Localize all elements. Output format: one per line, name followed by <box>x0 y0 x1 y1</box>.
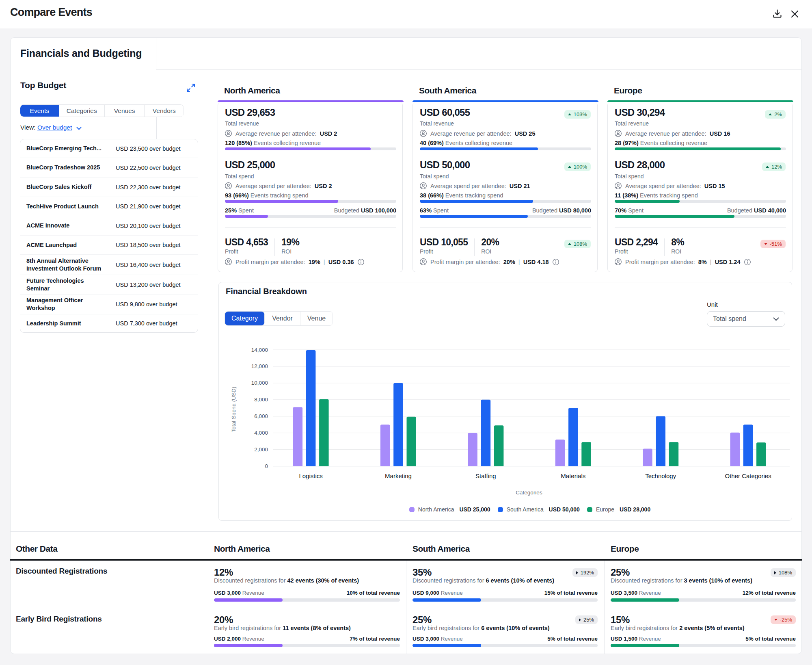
svg-text:Staffing: Staffing <box>475 472 496 479</box>
svg-text:0: 0 <box>265 463 268 469</box>
svg-text:Marketing: Marketing <box>385 472 412 479</box>
svg-text:Categories: Categories <box>516 490 542 496</box>
svg-text:Materials: Materials <box>561 472 585 479</box>
svg-text:4,000: 4,000 <box>254 430 268 436</box>
svg-text:Logistics: Logistics <box>299 472 322 479</box>
svg-text:2,000: 2,000 <box>254 446 268 453</box>
svg-text:8,000: 8,000 <box>254 396 268 403</box>
svg-text:6,000: 6,000 <box>254 413 268 419</box>
svg-text:Total Spend (USD): Total Spend (USD) <box>231 387 237 433</box>
svg-text:14,000: 14,000 <box>251 347 268 353</box>
svg-text:12,000: 12,000 <box>251 363 268 369</box>
svg-text:Other Categories: Other Categories <box>725 472 771 479</box>
svg-text:10,000: 10,000 <box>251 380 268 386</box>
svg-text:Technology: Technology <box>645 472 676 479</box>
